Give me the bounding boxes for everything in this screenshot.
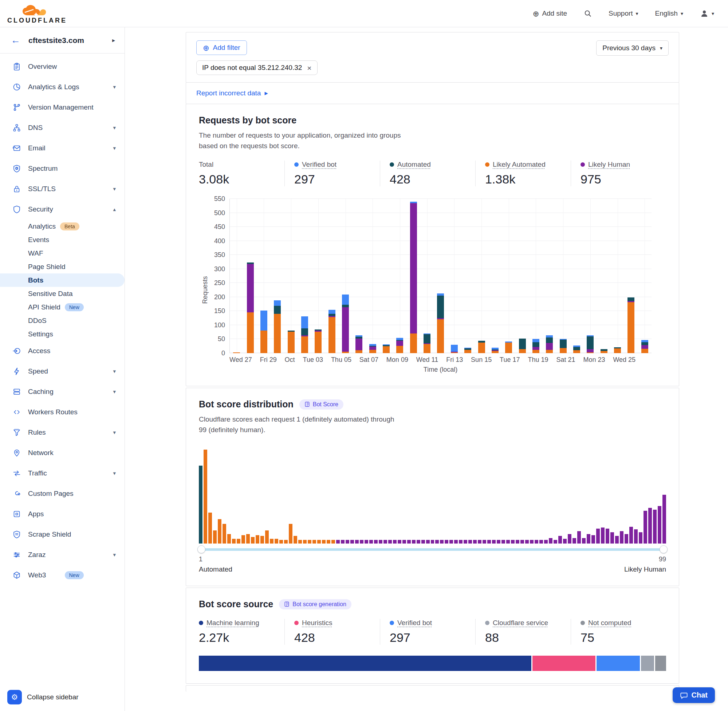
hist-bar-score-32[interactable] <box>346 540 349 544</box>
hist-bar-score-22[interactable] <box>298 540 302 544</box>
sidebar-item-spectrum[interactable]: Spectrum <box>0 158 124 179</box>
sidebar-item-speed[interactable]: Speed▾ <box>0 361 124 382</box>
hist-bar-score-40[interactable] <box>384 540 387 544</box>
sidebar-item-version-management[interactable]: Version Management <box>0 97 124 118</box>
hist-bar-score-62[interactable] <box>487 540 491 544</box>
hist-bar-score-82[interactable] <box>582 538 586 544</box>
hist-bar-score-81[interactable] <box>577 531 581 544</box>
hist-bar-score-49[interactable] <box>426 540 430 544</box>
hist-bar-score-72[interactable] <box>535 540 538 544</box>
hist-bar-score-47[interactable] <box>416 540 420 544</box>
hist-bar-score-27[interactable] <box>322 540 326 544</box>
sidebar-item-email[interactable]: Email▾ <box>0 138 124 158</box>
hist-bar-score-51[interactable] <box>435 540 439 544</box>
hist-bar-score-68[interactable] <box>516 540 519 544</box>
hist-bar-score-13[interactable] <box>255 535 259 544</box>
back-arrow-icon[interactable]: ← <box>11 35 21 46</box>
hist-bar-score-74[interactable] <box>544 540 548 544</box>
stat-label[interactable]: Cloudflare service <box>493 619 548 627</box>
sidebar-item-web3[interactable]: Web3New <box>0 565 124 586</box>
sidebar-subitem-settings[interactable]: Settings <box>0 327 124 341</box>
sidebar-item-dns[interactable]: DNS▾ <box>0 118 124 138</box>
bar-day-22[interactable] <box>529 339 543 353</box>
source-segment-not-computed[interactable] <box>655 656 666 671</box>
hist-bar-score-78[interactable] <box>563 539 567 544</box>
hist-bar-score-52[interactable] <box>440 540 444 544</box>
sidebar-item-apps[interactable]: Apps <box>0 504 124 524</box>
bar-day-30[interactable] <box>638 340 651 353</box>
add-site-button[interactable]: ⊕ Add site <box>533 9 567 18</box>
sidebar-item-rules[interactable]: Rules▾ <box>0 422 124 443</box>
bar-day-14[interactable] <box>420 333 434 353</box>
hist-bar-score-70[interactable] <box>525 540 529 544</box>
bar-day-21[interactable] <box>515 339 529 353</box>
hist-bar-score-30[interactable] <box>336 540 340 544</box>
hist-bar-score-25[interactable] <box>313 540 316 544</box>
time-period-dropdown[interactable]: Previous 30 days ▾ <box>596 40 669 56</box>
hist-bar-score-63[interactable] <box>492 540 496 544</box>
bar-day-20[interactable] <box>502 341 515 353</box>
hist-bar-score-75[interactable] <box>549 538 552 544</box>
hist-bar-score-58[interactable] <box>468 540 472 544</box>
bar-day-17[interactable] <box>461 348 474 353</box>
hist-bar-score-69[interactable] <box>520 540 524 544</box>
hist-bar-score-80[interactable] <box>573 538 576 544</box>
account-menu[interactable]: ▾ <box>700 9 714 18</box>
hist-bar-score-34[interactable] <box>355 540 359 544</box>
hist-bar-score-67[interactable] <box>511 540 515 544</box>
hist-bar-score-56[interactable] <box>459 540 462 544</box>
bar-day-16[interactable] <box>447 345 461 353</box>
hist-bar-score-95[interactable] <box>644 511 647 544</box>
hist-bar-score-35[interactable] <box>360 540 363 544</box>
hist-bar-score-59[interactable] <box>473 540 477 544</box>
slider-handle-max[interactable] <box>660 545 667 553</box>
stat-label[interactable]: Heuristics <box>302 619 332 627</box>
hist-bar-score-41[interactable] <box>388 540 392 544</box>
gear-icon[interactable]: ⚙ <box>7 690 22 704</box>
hist-bar-score-60[interactable] <box>478 540 481 544</box>
hist-bar-score-89[interactable] <box>615 536 619 544</box>
hist-bar-score-21[interactable] <box>294 536 297 544</box>
sidebar-subitem-page-shield[interactable]: Page Shield <box>0 260 124 273</box>
hist-bar-score-43[interactable] <box>398 540 401 544</box>
bar-day-0[interactable] <box>230 353 243 353</box>
hist-bar-score-55[interactable] <box>454 540 458 544</box>
slider-handle-min[interactable] <box>197 545 205 553</box>
hist-bar-score-61[interactable] <box>483 540 486 544</box>
hist-bar-score-57[interactable] <box>464 540 467 544</box>
hist-bar-score-92[interactable] <box>629 527 633 544</box>
sidebar-subitem-analytics[interactable]: AnalyticsBeta <box>0 220 124 233</box>
hist-bar-score-96[interactable] <box>648 508 652 544</box>
hist-bar-score-66[interactable] <box>506 540 510 544</box>
hist-bar-score-1[interactable] <box>199 466 202 544</box>
hist-bar-score-3[interactable] <box>208 513 212 544</box>
sidebar-item-analytics-logs[interactable]: Analytics & Logs▾ <box>0 77 124 97</box>
bar-day-24[interactable] <box>557 339 570 353</box>
hist-bar-score-29[interactable] <box>331 540 335 544</box>
hist-bar-score-54[interactable] <box>449 540 453 544</box>
hist-bar-score-97[interactable] <box>653 510 657 544</box>
hist-bar-score-83[interactable] <box>587 534 590 544</box>
hist-bar-score-39[interactable] <box>379 540 382 544</box>
source-segment-cloudflare-service[interactable] <box>641 656 654 671</box>
remove-filter-icon[interactable]: × <box>307 64 312 72</box>
hist-bar-score-19[interactable] <box>284 540 288 544</box>
hist-bar-score-45[interactable] <box>407 540 411 544</box>
hist-bar-score-33[interactable] <box>350 540 354 544</box>
hist-bar-score-11[interactable] <box>246 534 250 544</box>
bar-day-1[interactable] <box>243 263 257 353</box>
source-segment-verified-bot[interactable] <box>597 656 640 671</box>
report-incorrect-data-link[interactable]: Report incorrect data ▶ <box>196 89 268 97</box>
hist-bar-score-14[interactable] <box>260 536 264 544</box>
hist-bar-score-44[interactable] <box>402 540 406 544</box>
sidebar-item-workers-routes[interactable]: Workers Routes <box>0 402 124 422</box>
hist-bar-score-4[interactable] <box>213 530 217 544</box>
bar-day-13[interactable] <box>407 202 420 353</box>
sidebar-item-scrape-shield[interactable]: Scrape Shield <box>0 524 124 544</box>
bot-score-badge[interactable]: Bot Score <box>299 399 343 410</box>
hist-bar-score-23[interactable] <box>303 540 307 544</box>
hist-bar-score-65[interactable] <box>502 540 505 544</box>
hist-bar-score-2[interactable] <box>204 450 207 544</box>
bar-day-8[interactable] <box>339 295 352 353</box>
bar-day-29[interactable] <box>624 298 638 353</box>
